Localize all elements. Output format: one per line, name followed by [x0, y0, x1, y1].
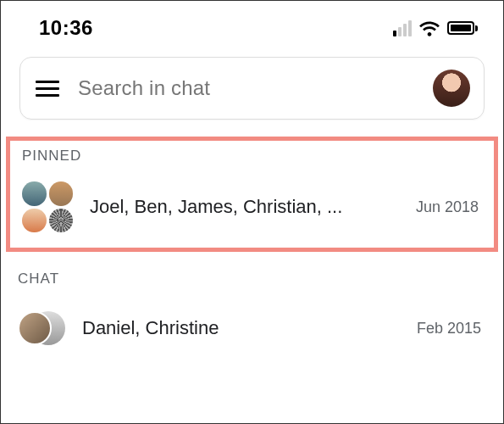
status-bar: 10:36 [1, 1, 503, 48]
pinned-section-highlight: PINNED Joel, Ben, James, Christian, ... … [6, 137, 498, 252]
conversation-row[interactable]: Joel, Ben, James, Christian, ... Jun 201… [10, 176, 494, 237]
section-header-pinned: PINNED [10, 141, 494, 176]
conversation-date: Jun 2018 [416, 198, 479, 216]
wifi-icon [418, 20, 440, 36]
conversation-date: Feb 2015 [417, 320, 481, 338]
status-indicators [393, 20, 478, 36]
group-avatar-icon [22, 181, 73, 232]
clock-time: 10:36 [39, 16, 93, 40]
search-input[interactable]: Search in chat [78, 76, 414, 100]
profile-avatar[interactable] [433, 70, 470, 107]
pair-avatar-icon [18, 304, 65, 352]
cellular-signal-icon [393, 20, 412, 36]
hamburger-menu-icon[interactable] [36, 81, 59, 97]
conversation-row[interactable]: Daniel, Christine Feb 2015 [1, 299, 503, 357]
battery-icon [447, 21, 478, 35]
conversation-title: Joel, Ben, James, Christian, ... [90, 196, 399, 218]
conversation-title: Daniel, Christine [82, 317, 400, 339]
search-bar[interactable]: Search in chat [19, 57, 485, 120]
section-header-chat: CHAT [1, 252, 503, 299]
